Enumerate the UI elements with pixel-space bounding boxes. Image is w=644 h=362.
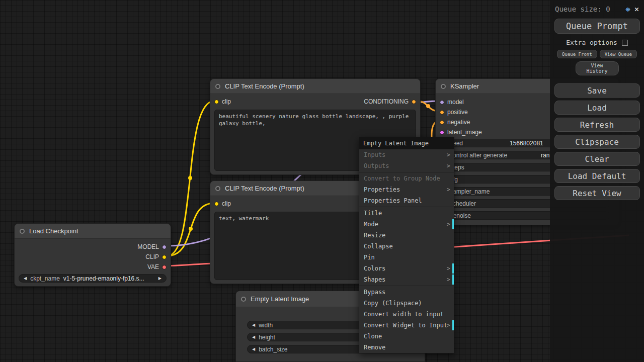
extra-options-label: Extra options (566, 39, 617, 46)
menu-item-label: Convert to Group Node (364, 175, 440, 182)
wire-midpoint-dot[interactable] (188, 176, 192, 180)
settings-icon[interactable]: ❋ (625, 4, 630, 14)
increment-arrow-icon[interactable]: ▶ (158, 276, 162, 281)
menu-item-label: Title (364, 210, 382, 217)
ckpt-name-widget[interactable]: ◀ ckpt_name v1-5-pruned-emaonly-fp16.s..… (19, 274, 167, 283)
menu-item-clone[interactable]: Clone (359, 331, 454, 342)
menu-item-label: Properties (364, 186, 400, 193)
menu-item-shapes[interactable]: Shapes (359, 274, 454, 285)
slot-dot-conditioning-output[interactable] (412, 100, 416, 104)
close-icon[interactable]: ✕ (634, 5, 639, 14)
menu-item-copy-clipspace[interactable]: Copy (Clipspace) (359, 298, 454, 309)
menu-item-label: Clone (364, 333, 382, 340)
context-menu-title: Empty Latent Image (359, 137, 454, 149)
menu-item-pin[interactable]: Pin (359, 252, 454, 263)
menu-item-colors[interactable]: Colors (359, 263, 454, 274)
menu-item-label: Copy (Clipspace) (364, 300, 422, 307)
save-button[interactable]: Save (554, 83, 640, 98)
slot-row: clip CONDITIONING (210, 97, 420, 107)
menu-item-label: Convert Widget to Input (364, 322, 447, 329)
context-menu: Empty Latent Image Inputs Outputs Conver… (359, 137, 454, 353)
slot-dot-clip-output[interactable] (162, 255, 167, 259)
submenu-marker (452, 263, 454, 274)
menu-item-convert-widget-to-input[interactable]: Convert Widget to Input (359, 320, 454, 331)
menu-item-label: Collapse (364, 243, 393, 250)
refresh-button[interactable]: Refresh (554, 118, 640, 132)
output-label: VAE (147, 263, 159, 270)
submenu-marker (452, 219, 454, 229)
view-history-button[interactable]: View History (576, 61, 619, 75)
collapse-toggle-icon[interactable] (441, 84, 446, 89)
widget-label: batch_size (259, 346, 287, 353)
decrement-arrow-icon[interactable]: ◀ (252, 323, 255, 327)
queue-front-button[interactable]: Queue Front (557, 50, 597, 58)
node-title: Load Checkpoint (29, 227, 78, 235)
slot-dot-vae-output[interactable] (162, 265, 167, 269)
widget-value: ran (541, 152, 549, 159)
output-label: MODEL (137, 243, 159, 250)
decrement-arrow-icon[interactable]: ◀ (252, 347, 255, 351)
input-label: clip (222, 98, 231, 105)
load-button[interactable]: Load (554, 101, 640, 115)
queue-prompt-button[interactable]: Queue Prompt (554, 19, 640, 34)
menu-item-inputs[interactable]: Inputs (359, 149, 454, 160)
slot-dot-clip-input[interactable] (214, 202, 219, 206)
submenu-marker (452, 275, 454, 285)
output-row-clip: CLIP (15, 252, 171, 262)
node-load-checkpoint[interactable]: Load Checkpoint MODEL CLIP VAE ◀ ckpt_na… (14, 223, 171, 287)
wire-midpoint-dot[interactable] (189, 227, 193, 231)
menu-item-label: Convert width to input (364, 311, 444, 318)
menu-item-label: Remove (364, 344, 385, 351)
input-label: positive (447, 109, 468, 116)
slot-dot-positive-input[interactable] (440, 110, 444, 115)
menu-item-properties[interactable]: Properties (359, 184, 454, 195)
collapse-toggle-icon[interactable] (215, 186, 220, 191)
slot-dot-model-input[interactable] (440, 100, 444, 105)
menu-item-convert-width-to-input[interactable]: Convert width to input (359, 309, 454, 320)
menu-item-label: Properties Panel (364, 197, 422, 204)
slot-dot-model-output[interactable] (162, 245, 167, 249)
clear-button[interactable]: Clear (554, 152, 640, 166)
menu-item-properties-panel[interactable]: Properties Panel (359, 195, 454, 206)
slot-dot-latent-input[interactable] (440, 130, 444, 135)
extra-options-checkbox[interactable] (622, 40, 628, 46)
menu-item-remove[interactable]: Remove (359, 342, 454, 353)
menu-item-bypass[interactable]: Bypass (359, 287, 454, 298)
input-label: latent_image (447, 129, 482, 136)
queue-size-label: Queue size: 0 (555, 5, 610, 13)
slot-dot-negative-input[interactable] (440, 120, 444, 125)
wire-midpoint-dot[interactable] (426, 104, 430, 108)
menu-item-resize[interactable]: Resize (359, 230, 454, 241)
node-title: CLIP Text Encode (Prompt) (225, 185, 304, 192)
menu-item-title[interactable]: Title (359, 208, 454, 219)
input-label: clip (222, 200, 231, 207)
node-header[interactable]: CLIP Text Encode (Prompt) (210, 79, 420, 94)
menu-item-label: Inputs (364, 151, 385, 158)
menu-item-outputs[interactable]: Outputs (359, 160, 454, 171)
output-row-model: MODEL (15, 242, 171, 252)
menu-separator (359, 207, 454, 207)
decrement-arrow-icon[interactable]: ◀ (24, 276, 27, 281)
node-header[interactable]: Load Checkpoint (15, 224, 171, 239)
reset-view-button[interactable]: Reset View (554, 186, 640, 200)
collapse-toggle-icon[interactable] (241, 297, 246, 302)
menu-item-label: Colors (364, 265, 385, 272)
collapse-toggle-icon[interactable] (20, 229, 25, 234)
collapse-toggle-icon[interactable] (215, 84, 220, 89)
menu-separator (359, 172, 454, 172)
clipspace-button[interactable]: Clipspace (554, 135, 640, 149)
decrement-arrow-icon[interactable]: ◀ (252, 335, 255, 339)
menu-separator (359, 286, 454, 286)
widget-label: control after generate (450, 152, 507, 159)
widget-label: sampler_name (450, 188, 490, 195)
view-queue-button[interactable]: View Queue (600, 50, 637, 58)
output-row-vae: VAE (15, 262, 171, 272)
menu-item-convert-to-group-node[interactable]: Convert to Group Node (359, 173, 454, 184)
menu-item-label: Shapes (364, 276, 385, 283)
widget-label: width (259, 322, 273, 329)
menu-item-collapse[interactable]: Collapse (359, 241, 454, 252)
slot-dot-clip-input[interactable] (214, 100, 219, 104)
prompt-text: beautiful scenery nature glass bottle la… (219, 113, 409, 127)
load-default-button[interactable]: Load Default (554, 169, 640, 183)
menu-item-mode[interactable]: Mode (359, 219, 454, 230)
